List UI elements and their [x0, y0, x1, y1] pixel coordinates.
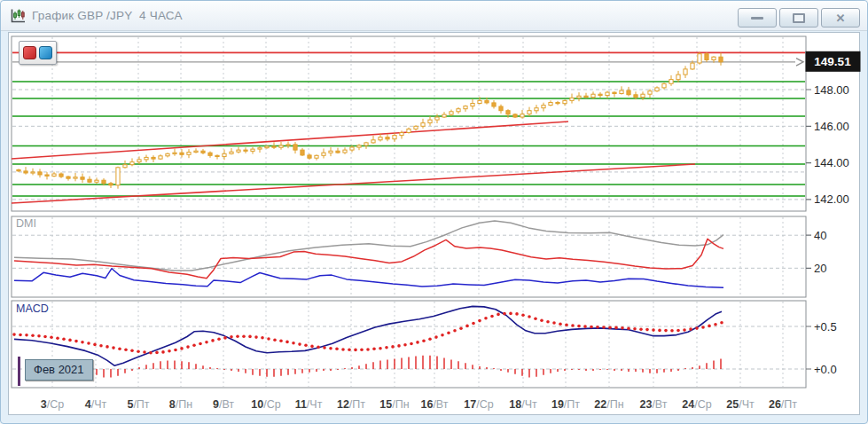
chart-content	[8, 32, 860, 415]
month-label: Фев 2021	[25, 359, 93, 381]
minimize-button[interactable]	[738, 8, 777, 27]
red-series-button[interactable]	[23, 46, 36, 59]
titlebar[interactable]: График GBP /JPY 4 ЧАСА ✕	[1, 1, 867, 31]
window-title: График GBP /JPY 4 ЧАСА	[32, 9, 183, 22]
blue-series-button[interactable]	[39, 46, 52, 59]
window-controls: ✕	[738, 8, 860, 27]
close-icon: ✕	[836, 12, 846, 24]
minimize-icon	[751, 17, 763, 20]
series-legend	[19, 41, 57, 65]
close-button[interactable]: ✕	[821, 8, 860, 27]
month-separator-bar	[18, 357, 20, 386]
candlestick-chart-icon	[9, 8, 27, 24]
chart-window: График GBP /JPY 4 ЧАСА ✕ 148.00146.00144…	[0, 0, 868, 424]
dmi-panel-label: DMI	[16, 217, 36, 230]
maximize-button[interactable]	[779, 8, 818, 27]
macd-panel-label: MACD	[16, 302, 49, 315]
maximize-icon	[793, 13, 805, 23]
